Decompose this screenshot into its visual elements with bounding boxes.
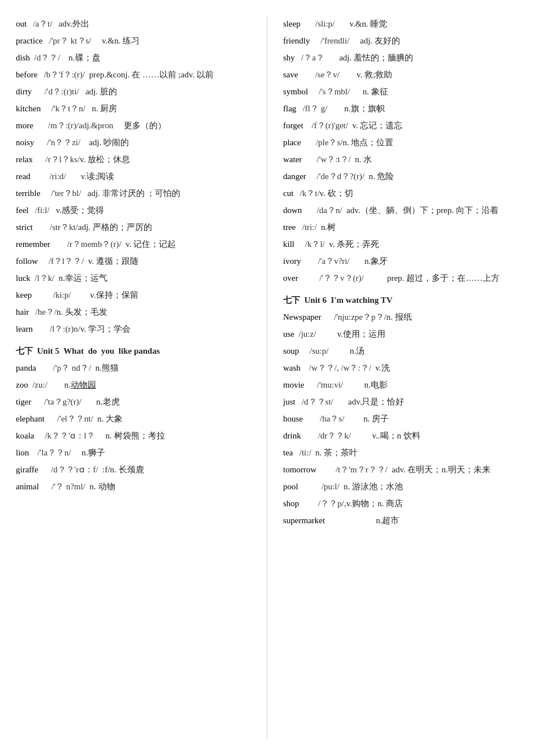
meaning: 水 [363,155,372,164]
phonetic: /d？？'rɑ：f/ [51,465,98,474]
phonetic: /？？p/ [318,499,344,508]
phonetic: /f？l？？/ [49,257,84,266]
phonetic: /'？？v？(r)/ [319,273,364,283]
word: ivory [283,257,301,266]
entry-tree: tree /tri:/ n.树 [283,220,518,234]
pos: v. [337,329,343,338]
meaning: 幸运；运气 [65,273,107,283]
entry-use: use /ju:z/ v.使用；运用 [283,327,518,341]
pos: n. [342,138,351,147]
phonetic: /a？t/ [33,19,52,28]
entry-ivory: ivory /'a？v?ri/ n.象牙 [283,254,518,268]
pos: adj. [89,138,103,147]
meaning: 在 ……以前 ;adv. 以前 [132,70,214,79]
phonetic: /se？v/ [315,70,340,79]
phonetic: /ha？s/ [320,414,344,423]
entry-practice: practice /'pr？ kt？s/ v.&n. 练习 [16,34,251,47]
pos: n. [363,414,372,423]
entry-place: place /ple？s/n. 地点；位置 [283,136,518,149]
meaning: 羞怯的；腼腆的 [354,53,413,62]
meaning: 危险 [377,172,394,181]
pos: adj. [339,53,354,62]
word: down [283,206,302,215]
pos: v.. [372,431,380,440]
phonetic: /ri:d/ [50,172,66,181]
pos: v. [81,172,86,181]
entry-dirty: dirty /'d？:(r)ti/ adj. 脏的 [16,85,251,98]
meaning: 外出 [72,19,89,28]
meaning: 报纸 [395,312,412,321]
phonetic: /？a？ [301,53,324,62]
phonetic: /f？(r)'get/ [312,121,348,130]
pos: n. [364,257,371,266]
pos: prep.&conj. [89,70,130,79]
word: wash [283,363,301,372]
pos: n. [344,482,352,491]
meaning: 救;救助 [364,70,392,79]
pos: v. [329,240,337,249]
pos: n. [57,307,65,316]
entry-shy: shy /？a？ adj. 羞怯的；腼腆的 [283,51,518,64]
pos: ,v. [344,499,352,508]
entry-noisy: noisy /'n？？zi/ adj. 吵闹的 [16,136,251,149]
phonetic: /he？/ [36,307,57,316]
phonetic: /t？'m？r？？/ [336,465,388,474]
pos: n. [321,223,327,232]
word: read [16,172,31,181]
phonetic: /'nju:zpe？p？/ [334,312,387,321]
entry-hair: hair /he？/n. 头发；毛发 [16,305,251,319]
word: luck [16,273,31,283]
word: tea [283,448,293,457]
pos: n. [376,516,382,525]
phonetic: /fi:l/ [35,206,50,215]
pos: n. [350,346,356,355]
word: cut [283,189,293,198]
left-column: out /a？t/ adv.外出 practice /'pr？ kt？s/ v.… [0,17,267,739]
phonetic: /k？t/ [300,189,320,198]
pos: n. [64,380,71,389]
meaning: 严格的；严厉的 [93,223,152,232]
word: flag [283,104,296,113]
phonetic: /'ter？bl/ [51,189,81,198]
word: just [283,397,296,406]
meaning: 老虎 [103,397,120,406]
word: animal [16,482,39,491]
meaning: 杀死；弄死 [337,240,379,249]
pos: prep. [387,273,406,283]
entry-house: house /ha？s/ n. 房子 [283,412,518,425]
word: hair [16,307,29,316]
phonetic: /'frendli/ [320,36,349,45]
pos: adv. [392,465,407,474]
pos: v. [357,70,364,79]
phonetic: /ju:z/ [299,329,316,338]
meaning: 长颈鹿 [119,465,144,474]
word: follow [16,257,38,266]
pos: n. [315,448,324,457]
entry-friendly: friendly /'frendli/ adj. 友好的 [283,34,518,47]
phonetic: /r？memb？(r)/ [67,240,121,249]
meaning: 忘记；遗忘 [360,121,402,130]
meaning: （坐、躺、倒）下；prep. 向下；沿着 [361,206,498,215]
phonetic: /'k？t？n/ [51,104,85,113]
phonetic: /w？？/, /w？:？/ [309,363,371,372]
meaning: 练习 [123,36,140,45]
phonetic: /sli:p/ [315,19,335,28]
meaning: 狮子 [88,448,105,457]
entry-forget: forget /f？(r)'get/ v. 忘记；遗忘 [283,119,518,132]
pos: n. [368,172,377,181]
phonetic: /k？l/ [305,240,325,249]
pos: adv. [59,19,72,28]
entry-symbol: symbol /'s？mbl/ n. 象征 [283,85,518,98]
pos: n. [92,104,100,113]
word: symbol [283,87,308,96]
entry-luck: luck /l？k/ n.幸运；运气 [16,271,251,285]
meaning: 友好的 [375,36,400,45]
pos: v. [80,155,88,164]
meaning: 读;阅读 [86,172,114,181]
meaning: 遵循；跟随 [96,257,138,266]
entry-cut: cut /k？t/v. 砍；切 [283,186,518,200]
word: before [16,70,37,79]
pos: n. [344,104,350,113]
meaning: 在明天；n.明天；未来 [407,465,490,474]
meaning: 电影 [371,380,388,389]
